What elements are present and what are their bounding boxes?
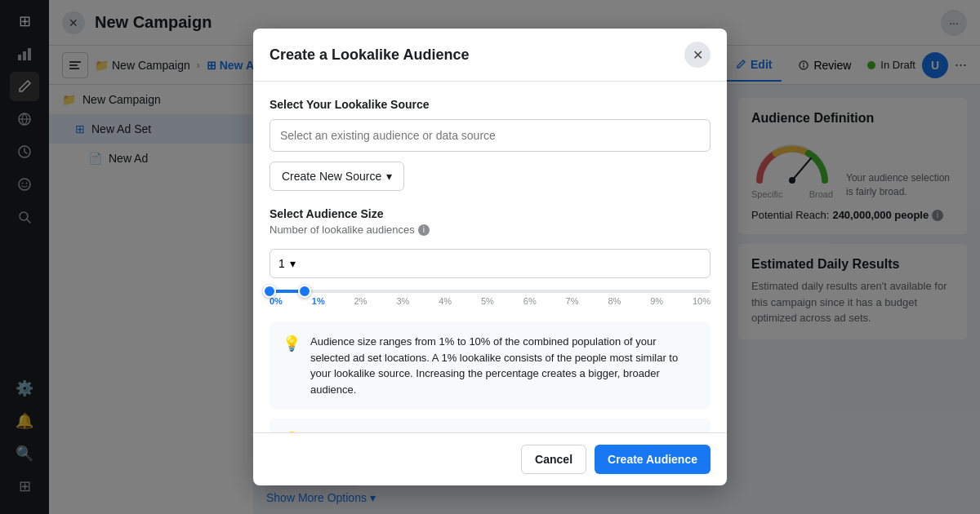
number-info-icon[interactable]: i	[418, 224, 430, 236]
audience-size-section: Select Audience Size Number of lookalike…	[270, 207, 710, 306]
slider-label-0: 0%	[270, 296, 283, 306]
audience-size-slider: 0% 1% 2% 3% 4% 5% 6% 7% 8% 9% 10%	[270, 290, 710, 306]
slider-label-9: 9%	[650, 296, 663, 306]
slider-label-5: 5%	[481, 296, 494, 306]
audience-size-info-box: 💡 Audience size ranges from 1% to 10% of…	[270, 322, 710, 409]
modal-body: Select Your Lookalike Source Create New …	[253, 82, 727, 432]
modal-footer: Cancel Create Audience	[253, 432, 727, 485]
slider-thumb-end[interactable]	[298, 285, 311, 298]
source-search-input[interactable]	[270, 119, 710, 152]
slider-labels: 0% 1% 2% 3% 4% 5% 6% 7% 8% 9% 10%	[270, 296, 710, 306]
size-section-label: Select Audience Size	[270, 207, 710, 220]
lightbulb-icon-1: 💡	[283, 335, 301, 397]
slider-label-3: 3%	[396, 296, 409, 306]
modal-title: Create a Lookalike Audience	[270, 47, 469, 64]
slider-label-4: 4%	[439, 296, 452, 306]
source-section-label: Select Your Lookalike Source	[270, 98, 710, 111]
cancel-button[interactable]: Cancel	[521, 445, 586, 474]
info-box-1-text: Audience size ranges from 1% to 10% of t…	[310, 334, 697, 397]
number-of-audiences-label: Number of lookalike audiences i	[270, 224, 430, 236]
slider-track	[270, 290, 710, 293]
select-arrow-icon: ▾	[290, 257, 296, 270]
slider-thumb-start[interactable]	[263, 285, 276, 298]
slider-label-1: 1%	[312, 296, 325, 306]
slider-label-8: 8%	[608, 296, 621, 306]
slider-label-2: 2%	[354, 296, 368, 306]
create-audience-button[interactable]: Create Audience	[595, 445, 710, 474]
audience-count-select[interactable]: 1 ▾	[270, 249, 710, 278]
modal-header: Create a Lookalike Audience ✕	[253, 29, 727, 82]
number-select-row: Number of lookalike audiences i	[270, 224, 710, 236]
slider-label-10: 10%	[693, 296, 710, 306]
slider-label-7: 7%	[566, 296, 579, 306]
lookalikes-location-info-box: 💡 Lookalikes Now Use Ad Set Locations Yo…	[270, 419, 710, 432]
create-source-label: Create New Source	[282, 170, 381, 183]
dropdown-arrow-icon: ▾	[386, 170, 392, 183]
lookalike-modal: Create a Lookalike Audience ✕ Select You…	[253, 29, 727, 485]
modal-overlay: Create a Lookalike Audience ✕ Select You…	[0, 0, 980, 514]
slider-label-6: 6%	[523, 296, 537, 306]
modal-close-button[interactable]: ✕	[684, 42, 710, 68]
create-source-button[interactable]: Create New Source ▾	[270, 162, 404, 191]
